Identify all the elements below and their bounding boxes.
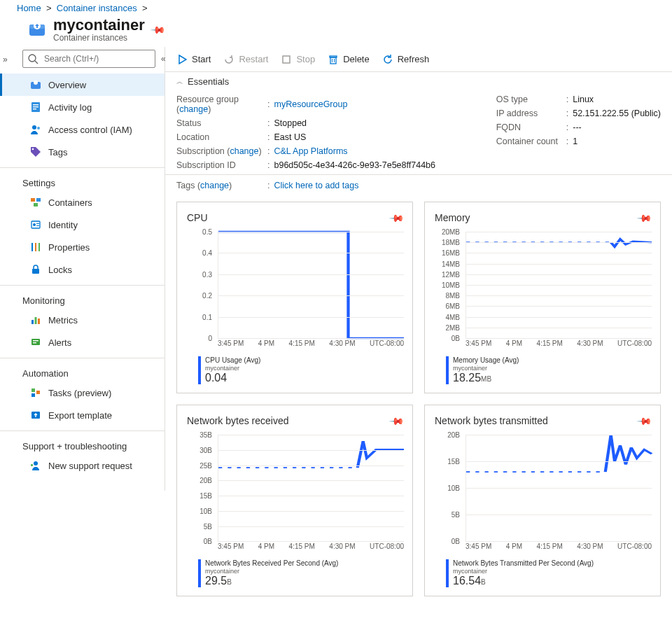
restart-icon bbox=[223, 54, 234, 65]
containers-icon bbox=[30, 197, 41, 208]
x-tick-label: 4 PM bbox=[258, 542, 274, 554]
resource-group-link[interactable]: myResourceGroup bbox=[274, 99, 347, 109]
sidebar-item-label: Identity bbox=[48, 220, 78, 230]
delete-icon bbox=[328, 54, 339, 65]
x-tick-label: 3:45 PM bbox=[465, 542, 491, 554]
pin-icon[interactable]: 📌 bbox=[636, 413, 652, 429]
sidebar-item-properties[interactable]: Properties bbox=[0, 236, 164, 258]
rx-value: 29.5 bbox=[205, 575, 227, 587]
sidebar-item-containers[interactable]: Containers bbox=[0, 191, 164, 214]
sidebar-item-tags[interactable]: Tags bbox=[0, 141, 164, 163]
x-tick-label: 4:15 PM bbox=[537, 542, 563, 554]
y-tick-label: 20MB bbox=[442, 228, 460, 236]
chart-cpu[interactable]: 0.50.40.30.20.103:45 PM4 PM4:15 PM4:30 P… bbox=[187, 232, 407, 351]
x-tick-label: 4 PM bbox=[258, 340, 274, 351]
sidebar-item-label: Access control (IAM) bbox=[48, 125, 132, 135]
svg-point-3 bbox=[29, 55, 36, 62]
sidebar-group-support: Support + troubleshooting bbox=[0, 430, 164, 454]
y-tick-label: 12MB bbox=[442, 270, 460, 278]
metrics-icon bbox=[30, 314, 41, 326]
sidebar-item-label: Overview bbox=[48, 80, 86, 90]
change-resource-group-link[interactable]: change bbox=[179, 104, 208, 114]
chart-tx[interactable]: 20B15B10B5B0B3:45 PM4 PM4:15 PM4:30 PMUT… bbox=[435, 435, 654, 554]
crumb-home[interactable]: Home bbox=[17, 3, 41, 13]
svg-rect-8 bbox=[33, 104, 38, 105]
y-tick-label: 20B bbox=[447, 431, 460, 439]
memory-value: 18.25 bbox=[453, 372, 481, 384]
pin-icon[interactable]: 📌 bbox=[636, 209, 652, 225]
subscription-link[interactable]: C&L App Platforms bbox=[274, 146, 347, 156]
play-icon bbox=[176, 54, 188, 65]
sidebar-item-identity[interactable]: Identity bbox=[0, 214, 164, 236]
sidebar-item-locks[interactable]: Locks bbox=[0, 258, 164, 281]
sidebar-item-access-control[interactable]: Access control (IAM) bbox=[0, 118, 164, 141]
sidebar-item-label: Activity log bbox=[48, 102, 92, 113]
y-tick-label: 0B bbox=[451, 335, 460, 342]
essentials: Resource group (change):myResourceGroup … bbox=[165, 92, 672, 174]
stop-icon bbox=[281, 54, 292, 65]
y-tick-label: 18MB bbox=[442, 239, 460, 246]
chart-rx[interactable]: 35B30B25B20B15B10B5B0B3:45 PM4 PM4:15 PM… bbox=[187, 435, 407, 554]
svg-rect-26 bbox=[35, 317, 37, 324]
add-tags-link[interactable]: Click here to add tags bbox=[274, 181, 358, 190]
chart-memory[interactable]: 20MB18MB16MB14MB12MB10MB8MB6MB4MB2MB0B3:… bbox=[435, 232, 654, 351]
crumb-container-instances[interactable]: Container instances bbox=[57, 3, 137, 13]
svg-point-12 bbox=[37, 127, 40, 130]
y-tick-label: 16MB bbox=[442, 249, 460, 257]
svg-rect-36 bbox=[31, 464, 33, 466]
pin-icon[interactable]: 📌 bbox=[388, 413, 405, 429]
x-tick-label: 4:30 PM bbox=[329, 542, 355, 554]
y-tick-label: 6MB bbox=[445, 302, 460, 310]
breadcrumb: Home > Container instances > bbox=[0, 0, 672, 16]
svg-rect-15 bbox=[36, 198, 41, 202]
status-value: Stopped bbox=[274, 118, 307, 128]
y-tick-label: 0.3 bbox=[202, 270, 212, 278]
stop-button[interactable]: Stop bbox=[281, 54, 315, 65]
change-tags-link[interactable]: change bbox=[200, 181, 229, 190]
sidebar-item-label: Properties bbox=[48, 242, 90, 253]
y-tick-label: 10B bbox=[200, 507, 212, 514]
x-tick-label: UTC-08:00 bbox=[617, 340, 652, 351]
svg-rect-39 bbox=[330, 56, 337, 57]
search-input[interactable] bbox=[22, 50, 155, 68]
svg-rect-10 bbox=[33, 108, 36, 109]
svg-point-35 bbox=[34, 461, 38, 465]
change-subscription-link[interactable]: change bbox=[230, 146, 258, 156]
x-tick-label: 3:45 PM bbox=[465, 340, 491, 351]
pin-icon[interactable]: 📌 bbox=[150, 21, 166, 37]
svg-rect-33 bbox=[36, 391, 40, 394]
sidebar-item-tasks[interactable]: Tasks (preview) bbox=[0, 382, 164, 404]
chart-card-cpu: CPU📌 0.50.40.30.20.103:45 PM4 PM4:15 PM4… bbox=[176, 202, 413, 393]
svg-point-13 bbox=[32, 148, 34, 150]
identity-icon bbox=[30, 219, 41, 230]
x-tick-label: 3:45 PM bbox=[218, 542, 244, 554]
expand-chevron-icon[interactable]: » bbox=[3, 55, 8, 64]
container-icon bbox=[30, 79, 41, 90]
sidebar-item-export-template[interactable]: Export template bbox=[0, 404, 164, 426]
pin-icon[interactable]: 📌 bbox=[388, 209, 405, 225]
svg-rect-16 bbox=[34, 203, 38, 206]
svg-rect-29 bbox=[33, 340, 38, 341]
sidebar-item-overview[interactable]: Overview bbox=[0, 74, 164, 96]
sidebar: « Overview Activity log Access control (… bbox=[0, 47, 165, 491]
refresh-button[interactable]: Refresh bbox=[382, 54, 430, 65]
properties-icon bbox=[30, 241, 41, 253]
command-bar: Start Restart Stop Delete Refresh bbox=[165, 47, 672, 72]
x-tick-label: UTC-08:00 bbox=[617, 542, 652, 554]
svg-line-4 bbox=[35, 61, 38, 64]
restart-button[interactable]: Restart bbox=[223, 54, 268, 65]
sidebar-item-metrics[interactable]: Metrics bbox=[0, 309, 164, 331]
container-count-value: 1 bbox=[573, 136, 578, 146]
location-value: East US bbox=[274, 132, 306, 142]
chart-card-tx: Network bytes transmitted📌 20B15B10B5B0B… bbox=[424, 405, 661, 596]
sidebar-item-label: Export template bbox=[48, 410, 112, 421]
sidebar-item-new-support-request[interactable]: New support request bbox=[0, 454, 164, 477]
delete-button[interactable]: Delete bbox=[328, 54, 370, 65]
sidebar-item-alerts[interactable]: Alerts bbox=[0, 331, 164, 354]
chart-title: Network bytes received bbox=[187, 415, 289, 426]
sidebar-item-label: Tags bbox=[48, 147, 67, 158]
start-button[interactable]: Start bbox=[176, 54, 211, 65]
sidebar-item-activity-log[interactable]: Activity log bbox=[0, 96, 164, 118]
svg-point-6 bbox=[34, 80, 38, 85]
essentials-toggle[interactable]: ︿ Essentials bbox=[165, 72, 672, 92]
